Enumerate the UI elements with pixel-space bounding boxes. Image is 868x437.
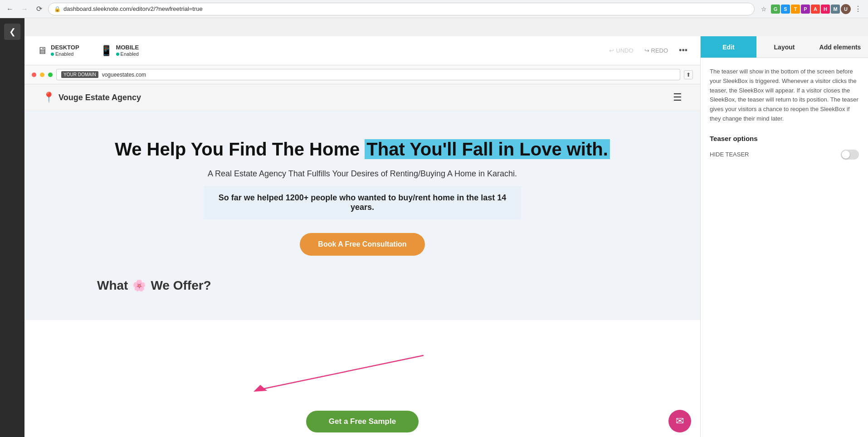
- star-button[interactable]: ☆: [758, 4, 769, 15]
- url-text: dashboard.sleeknote.com/editorv2/?newfre…: [63, 5, 203, 12]
- browser-actions: ☆ G S T P A H M U ⋮: [758, 4, 863, 15]
- site-logo: 📍 Vouge Estate Agency: [43, 92, 141, 103]
- flower-icon: 🌸: [132, 279, 146, 292]
- panel-content: The teaser will show in the bottom of th…: [701, 58, 868, 437]
- sidebar-toggle-button[interactable]: ❮: [4, 24, 20, 40]
- teaser-options-heading: Teaser options: [710, 135, 859, 142]
- website-hero: We Help You Find The Home That You'll Fa…: [24, 111, 700, 320]
- ext-icon-4: P: [801, 5, 810, 14]
- mobile-label: MOBILE: [116, 44, 139, 51]
- desktop-tab[interactable]: 🖥 DESKTOP Enabled: [34, 42, 83, 59]
- share-icon[interactable]: ⬆: [684, 70, 693, 79]
- svg-marker-1: [254, 385, 267, 392]
- ext-icon-6: H: [821, 5, 830, 14]
- panel-tabs: Edit Layout Add elements: [701, 36, 868, 58]
- desktop-icon: 🖥: [37, 45, 47, 57]
- mobile-icon: 📱: [100, 45, 112, 57]
- panel-description: The teaser will show in the bottom of th…: [710, 67, 859, 124]
- undo-button[interactable]: ↩ UNDO: [605, 45, 637, 56]
- more-button[interactable]: ⋮: [853, 4, 863, 15]
- website-nav: 📍 Vouge Estate Agency ☰: [24, 84, 700, 111]
- redo-button[interactable]: ↪ REDO: [641, 45, 672, 56]
- logo-text: Vouge Estate Agency: [59, 93, 141, 102]
- toolbar: 🖥 DESKTOP Enabled 📱 MOBILE Enabled: [24, 36, 700, 65]
- more-options-button[interactable]: •••: [675, 44, 691, 57]
- right-panel: Edit Layout Add elements The teaser will…: [700, 36, 868, 437]
- hero-title: We Help You Find The Home That You'll Fa…: [61, 138, 664, 160]
- mail-icon: ✉: [676, 415, 684, 427]
- user-avatar: U: [841, 4, 851, 14]
- address-bar[interactable]: 🔒 dashboard.sleeknote.com/editorv2/?newf…: [48, 3, 755, 15]
- desktop-status-dot: [51, 53, 54, 56]
- forward-button[interactable]: →: [19, 4, 30, 15]
- preview-frame: YOUR DOMAIN vogueestates.com ⬆ 📍 Vouge E…: [24, 65, 700, 437]
- mobile-status: Enabled: [116, 51, 139, 57]
- toolbar-actions: ↩ UNDO ↪ REDO •••: [605, 44, 691, 57]
- extension-icons: G S T P A H M U: [771, 4, 851, 14]
- undo-icon: ↩: [609, 47, 614, 54]
- ext-icon-2: S: [781, 5, 790, 14]
- hide-teaser-label: HIDE TEASER: [710, 151, 749, 158]
- dot-yellow: [40, 73, 44, 77]
- main-preview-area: YOUR DOMAIN vogueestates.com ⬆ 📍 Vouge E…: [24, 36, 700, 437]
- device-tabs: 🖥 DESKTOP Enabled 📱 MOBILE Enabled: [34, 42, 142, 59]
- dot-green: [48, 73, 53, 77]
- chevron-left-icon: ❮: [9, 27, 16, 37]
- editor-container: ❮ 🖥 DESKTOP Enabled 📱 MOBILE: [0, 18, 868, 437]
- lock-icon: 🔒: [54, 6, 61, 12]
- hero-subtitle: A Real Estate Agency That Fulfills Your …: [61, 169, 664, 179]
- ext-icon-1: G: [771, 5, 780, 14]
- redo-icon: ↪: [644, 47, 649, 54]
- ext-icon-3: T: [791, 5, 800, 14]
- hide-teaser-row: HIDE TEASER: [710, 150, 859, 160]
- hide-teaser-toggle[interactable]: [841, 150, 859, 160]
- mobile-tab[interactable]: 📱 MOBILE Enabled: [97, 42, 143, 59]
- tab-add-elements[interactable]: Add elements: [812, 36, 868, 58]
- reload-button[interactable]: ⟳: [34, 4, 44, 15]
- desktop-label: DESKTOP: [51, 44, 79, 51]
- tab-edit[interactable]: Edit: [701, 36, 756, 58]
- hero-stat: So far we helped 1200+ people who wanted…: [204, 186, 521, 219]
- ext-icon-7: M: [831, 5, 840, 14]
- your-domain-badge: YOUR DOMAIN: [61, 71, 98, 78]
- hamburger-icon[interactable]: ☰: [673, 92, 682, 103]
- back-button[interactable]: ←: [5, 4, 15, 15]
- teaser-bar: Get a Free Sample ✉: [24, 406, 700, 437]
- url-input[interactable]: YOUR DOMAIN vogueestates.com: [56, 69, 680, 80]
- get-free-sample-button[interactable]: Get a Free Sample: [306, 411, 419, 432]
- toggle-knob: [842, 151, 850, 159]
- book-consultation-button[interactable]: Book A Free Consultation: [300, 233, 424, 256]
- browser-chrome: ← → ⟳ 🔒 dashboard.sleeknote.com/editorv2…: [0, 0, 868, 18]
- tab-layout[interactable]: Layout: [756, 36, 812, 58]
- location-icon: 📍: [43, 92, 55, 103]
- hero-title-highlight: That You'll Fall in Love with.: [365, 139, 610, 159]
- arrow-annotation: [115, 351, 433, 396]
- domain-value: vogueestates.com: [102, 72, 146, 78]
- hero-title-part1: We Help You Find The Home: [115, 139, 365, 159]
- section-title: What 🌸 We Offer?: [61, 269, 664, 302]
- dot-red: [32, 73, 36, 77]
- desktop-status: Enabled: [51, 51, 79, 57]
- mobile-status-dot: [116, 53, 119, 56]
- ext-icon-5: A: [811, 5, 820, 14]
- url-bar-area: YOUR DOMAIN vogueestates.com ⬆: [24, 65, 700, 84]
- left-sidebar: ❮: [0, 18, 24, 437]
- svg-line-0: [260, 355, 424, 389]
- teaser-chat-button[interactable]: ✉: [668, 410, 691, 432]
